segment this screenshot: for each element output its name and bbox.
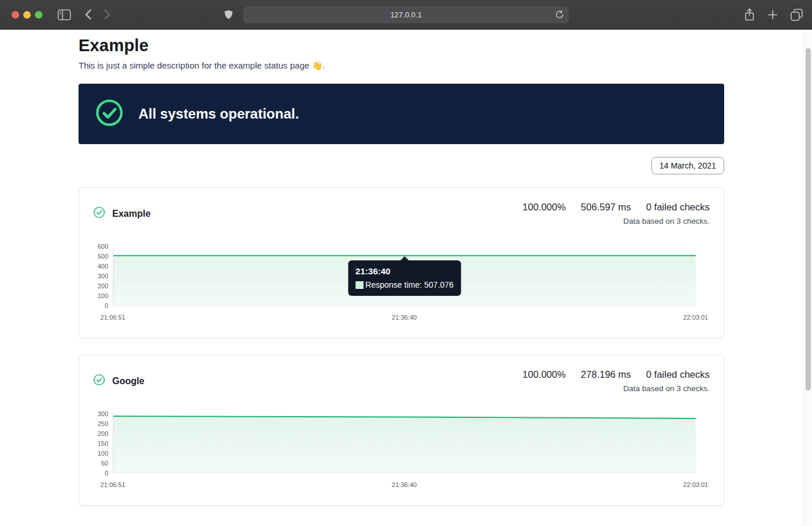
failed-checks-value: 0 failed checks [646,369,710,380]
close-window-button[interactable] [12,11,19,19]
response-time-chart: 6005004003002001000 21:36:40 Response ti… [93,246,710,321]
back-button[interactable] [85,9,91,20]
y-tick-label: 150 [98,441,108,447]
url-text: 127.0.0.1 [390,10,422,19]
window-controls [12,11,42,19]
y-tick-label: 50 [101,460,108,467]
y-axis-labels: 6005004003002001000 [93,246,113,306]
card-header: Google 100.000% 278.196 ms 0 failed chec… [93,369,710,393]
y-tick-label: 200 [98,430,108,436]
response-time-chart: 300250200150100500 21:06:5121:36:4022:03… [93,414,710,489]
status-page: Example This is just a simple descriptio… [79,30,724,506]
x-tick-label: 22:03:01 [683,314,708,321]
y-axis-labels: 300250200150100500 [93,414,113,473]
chevron-left-icon [85,9,91,20]
x-axis-labels: 21:06:5121:36:4022:03:01 [113,314,696,321]
failed-checks-value: 0 failed checks [646,202,710,213]
response-time-value: 506.597 ms [581,202,631,213]
monitor-stats: 100.000% 506.597 ms 0 failed checks Data… [522,202,710,226]
y-tick-label: 250 [98,420,108,427]
status-banner: All systems operational. [79,84,724,144]
uptime-value: 100.000% [522,369,565,380]
response-time-value: 278.196 ms [581,369,631,380]
tooltip-title: 21:36:40 [355,266,454,276]
monitor-card-example: Example 100.000% 506.597 ms 0 failed che… [79,187,724,338]
toolbar-right [744,0,803,29]
y-tick-label: 100 [98,293,108,299]
monitor-name: Google [112,376,144,387]
area-chart-svg [113,414,696,473]
x-tick-label: 22:03:01 [683,481,708,488]
y-tick-label: 300 [98,273,108,280]
monitor-title: Google [93,369,144,388]
browser-chrome: 127.0.0.1 [0,0,812,30]
date-row: 14 March, 2021 [79,157,724,174]
scrollbar-thumb[interactable] [806,48,811,391]
y-tick-label: 500 [98,253,108,259]
reload-icon [555,10,564,19]
plot-area[interactable] [113,414,696,473]
share-icon [744,8,755,22]
zoom-window-button[interactable] [35,11,42,19]
chevron-right-icon [104,9,111,20]
plot-area[interactable]: 21:36:40 Response time: 507.076 [113,246,696,306]
tabs-overview-icon [790,9,803,21]
reload-button[interactable] [555,10,564,19]
page-description: This is just a simple description for th… [79,60,724,71]
x-tick-label: 21:06:51 [101,314,126,321]
date-picker-button[interactable]: 14 March, 2021 [651,157,724,174]
monitor-stats: 100.000% 278.196 ms 0 failed checks Data… [522,369,710,393]
series-swatch-icon [355,281,363,289]
chart-tooltip: 21:36:40 Response time: 507.076 [348,260,461,296]
monitor-title: Example [93,202,151,221]
monitor-name: Example [112,209,151,219]
monitor-card-google: Google 100.000% 278.196 ms 0 failed chec… [79,355,724,506]
operational-check-icon [95,98,124,130]
uptime-value: 100.000% [522,202,565,213]
stats-note: Data based on 3 checks. [522,384,710,393]
address-bar[interactable]: 127.0.0.1 [243,6,569,23]
minimize-window-button[interactable] [23,11,31,19]
y-tick-label: 200 [98,282,108,289]
y-tick-label: 300 [98,411,108,417]
y-tick-label: 100 [98,450,108,456]
x-tick-label: 21:36:40 [392,481,417,488]
share-button[interactable] [744,8,755,22]
tooltip-value: Response time: 507.076 [365,280,454,289]
x-axis-labels: 21:06:5121:36:4022:03:01 [113,481,696,489]
monitor-up-icon [93,206,105,221]
banner-text: All systems operational. [138,106,299,122]
privacy-shield-icon [223,9,234,21]
card-header: Example 100.000% 506.597 ms 0 failed che… [93,202,710,226]
stats-note: Data based on 3 checks. [522,217,710,226]
forward-button[interactable] [104,9,111,20]
y-tick-label: 600 [98,244,108,250]
y-tick-label: 0 [105,470,108,477]
new-tab-button[interactable] [768,10,778,20]
x-tick-label: 21:06:51 [101,481,126,488]
sidebar-icon [58,9,71,20]
tabs-overview-button[interactable] [790,9,803,21]
y-tick-label: 400 [98,263,108,269]
plus-icon [768,10,778,20]
page-title: Example [79,36,724,55]
sidebar-toggle-button[interactable] [58,9,71,20]
monitor-up-icon [93,374,105,388]
page-scrollbar [803,30,812,526]
x-tick-label: 21:36:40 [392,314,417,321]
y-tick-label: 0 [105,303,108,309]
